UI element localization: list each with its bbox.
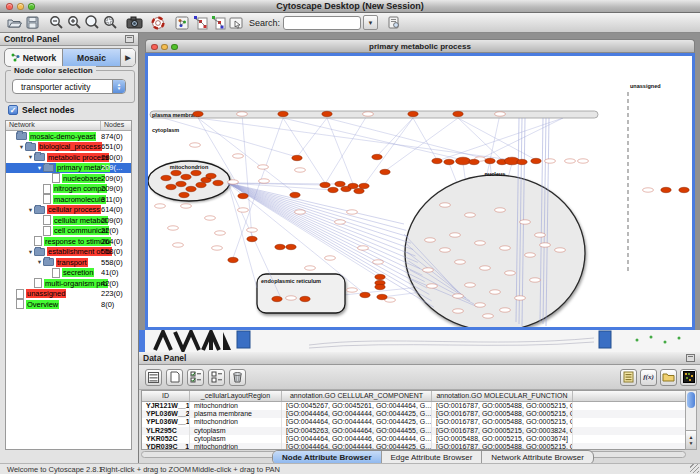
network-node-label[interactable] [325,256,336,260]
save-icon[interactable] [23,14,41,31]
network-node-label[interactable] [500,246,511,250]
network-node-label[interactable] [440,248,451,252]
network-node-label[interactable] [173,243,184,247]
network-node-label[interactable] [545,159,556,163]
network-node[interactable] [171,170,181,175]
network-node[interactable] [290,192,300,197]
col-go-cellular-component[interactable]: annotation.GO CELLULAR_COMPONENT [282,391,432,401]
network-node-label[interactable] [205,216,216,220]
node-color-dropdown[interactable]: transporter activity ▲▼ [12,79,126,94]
tree-row-cellular-process[interactable]: ▼cellular process614(0) [6,205,131,216]
network-node[interactable] [238,193,248,198]
cell[interactable]: plasma membrane [190,410,282,418]
table-row-ylr295c[interactable]: YLR295Ccytoplasm[GO:0045263, GO:0044464,… [142,427,685,435]
tree-row-response-to-stimulu[interactable]: response to stimulu264(0) [6,236,131,247]
cell[interactable]: YKR052C [142,435,190,443]
expand-arrow-icon[interactable]: ▼ [27,207,34,213]
network-panel-icon[interactable] [173,14,191,31]
network-node-label[interactable] [425,238,436,242]
network-node[interactable] [181,174,191,179]
network-node[interactable] [161,175,171,180]
cell[interactable]: [GO:0045263, GO:0044464, GO:0044455, G..… [282,427,432,435]
network-node-label[interactable] [305,266,316,270]
network-node-label[interactable] [465,213,476,217]
network-node-label[interactable] [480,266,491,270]
network-node[interactable] [272,296,282,301]
network-node-label[interactable] [373,260,384,264]
network-node-label[interactable] [215,231,226,235]
network-node[interactable] [372,154,382,159]
cell[interactable]: YPL036W__1 [142,418,190,426]
tree-row-cellular-metabol[interactable]: cellular metabol209(0) [6,215,131,226]
zoom-fit-icon[interactable] [83,14,101,31]
cell[interactable]: [GO:0016787, GO:0005215, GO:0003824, G..… [432,427,573,435]
network-node-label[interactable] [453,294,464,298]
tree-row-macromolecule[interactable]: macromolecule311(0) [6,194,131,205]
tab-overflow-button[interactable]: ▶ [121,49,135,66]
network-node[interactable] [191,170,201,175]
network-node-label[interactable] [483,314,494,318]
network-node[interactable] [278,111,288,116]
table-vertical-scrollbar[interactable]: ▲▼ [685,390,697,450]
table-row-ypl036w__1[interactable]: YPL036W__1mitochondrion[GO:0044464, GO:0… [142,418,685,426]
data-panel-float-icon[interactable] [686,354,695,362]
tree-row-establishment-of-lo[interactable]: ▼establishment of lo558(0) [6,247,131,258]
scrollbar-thumb[interactable] [687,392,695,408]
network-node[interactable] [360,292,370,297]
network-node-label[interactable] [475,303,486,307]
expand-arrow-icon[interactable]: ▼ [27,154,34,160]
cell[interactable]: mitochondrion [190,418,282,426]
network-node[interactable] [206,173,216,178]
import-folder-icon[interactable] [660,369,677,386]
network-node[interactable] [377,294,387,299]
network-node[interactable] [380,169,390,174]
cell[interactable]: mitochondrion [190,402,282,410]
network-node-label[interactable] [525,253,536,257]
select-nodes-checkbox[interactable]: ✓ [8,105,18,115]
network-node-label[interactable] [347,288,358,292]
network-node[interactable] [531,158,541,163]
tree-row-biological-process[interactable]: ▼biological_process651(0) [6,142,131,153]
plasma-membrane-region[interactable] [150,111,598,118]
network-node[interactable] [166,184,176,189]
table-row-ykr052c[interactable]: YKR052Ccytoplasm[GO:0044464, GO:0044446,… [142,435,685,443]
expand-arrow-icon[interactable]: ▼ [27,249,34,255]
network-node-label[interactable] [540,243,551,247]
function-builder-icon[interactable]: f(x) [640,369,657,386]
network-node[interactable] [432,158,442,163]
tree-col-nodes[interactable]: Nodes [101,121,127,130]
search-input[interactable] [283,16,361,30]
network-node[interactable] [375,284,385,289]
network-node-label[interactable] [490,290,501,294]
expand-arrow-icon[interactable]: ▼ [18,144,25,150]
network-node-label[interactable] [347,210,358,214]
network-node[interactable] [193,111,203,116]
network-node-label[interactable] [643,188,654,192]
cell[interactable]: [GO:0045267, GO:0045261, GO:0044464, G..… [282,402,432,410]
network-graph[interactable]: plasma membrane cytoplasm mitochondrion … [148,56,692,327]
network-node[interactable] [186,186,196,191]
table-row-ypl036w__2[interactable]: YPL036W__2plasma membrane[GO:0044464, GO… [142,410,685,418]
cell[interactable]: [GO:0005488, GO:0005215, GO:0003674] [432,435,573,443]
layout-network-b-icon[interactable] [209,14,227,31]
network-node[interactable] [335,181,345,186]
network-node-label[interactable] [238,208,249,212]
tree-row-nitrogen-compo[interactable]: nitrogen compo209(0) [6,184,131,195]
tree-row-cell-communicat[interactable]: cell communicat22(0) [6,226,131,237]
tree-row-nucleobase-[interactable]: nucleobase-209(0) [6,173,131,184]
network-node-label[interactable] [450,233,461,237]
network-node-label[interactable] [465,283,476,287]
network-node[interactable] [196,182,206,187]
network-window-titlebar[interactable]: primary metabolic process [145,39,695,53]
tree-row-unassigned[interactable]: unassigned223(0) [6,289,131,300]
network-node[interactable] [456,157,471,165]
help-lifesaver-icon[interactable] [149,14,167,31]
tree-row-transport[interactable]: ▼transport558(0) [6,257,131,268]
network-node-label[interactable] [475,241,486,245]
network-node-label[interactable] [259,179,270,183]
network-node[interactable] [176,181,186,186]
network-node[interactable] [375,274,385,279]
network-node[interactable] [354,188,364,193]
network-node-label[interactable] [228,180,239,184]
network-node-label[interactable] [495,112,506,116]
